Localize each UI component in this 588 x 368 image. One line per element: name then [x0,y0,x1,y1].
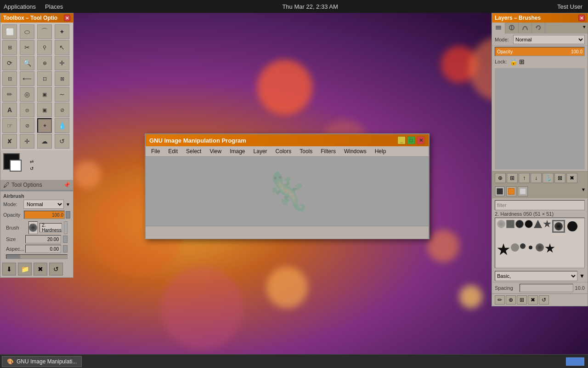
size-slider-handle[interactable] [63,236,68,243]
brush-set-select[interactable]: Basic, [495,271,577,281]
tool-clone[interactable]: ⌾ [20,103,34,117]
layer-duplicate-button[interactable]: ⊞ [507,173,518,183]
brush-cell-large-2[interactable] [497,243,510,256]
tool-undo[interactable]: ↺ [55,134,69,149]
tool-zoom[interactable]: 🔍 [20,56,34,70]
tool-path[interactable]: ∼ [55,87,69,102]
tab-undo-history[interactable] [532,23,545,34]
tool-eraser[interactable]: ⊘ [20,118,34,133]
gimp-menu-edit[interactable]: Edit [164,147,181,155]
layer-delete-button[interactable]: ✖ [566,173,577,183]
brush-edit-button[interactable]: ✏ [495,295,505,305]
gimp-menu-colors[interactable]: Colors [272,147,295,155]
tool-align2[interactable]: ⊠ [55,71,69,86]
tab-channels[interactable] [505,23,519,34]
mode-select[interactable]: Normal [23,200,64,209]
brush-cell-s3[interactable] [529,246,532,249]
brush-tab-extra[interactable]: ▾ [582,186,585,196]
brush-cell-4[interactable] [525,220,533,228]
brush-cell-1[interactable] [497,220,505,228]
brush-cell-large-1[interactable] [566,220,579,233]
gimp-menu-image[interactable]: Image [226,147,249,155]
tool-measure[interactable]: ⊕ [37,56,52,70]
brush-cell-s2[interactable] [520,243,526,249]
tool-move[interactable]: ✛ [55,56,69,70]
gimp-menu-select[interactable]: Select [182,147,205,155]
tool-rect-select[interactable]: ⬜ [2,24,17,39]
lock-alpha-icon[interactable]: ⊞ [519,58,525,65]
tool-flip[interactable]: ⟵ [20,71,34,86]
gimp-menu-windows[interactable]: Windows [340,147,370,155]
tab-layers[interactable] [492,23,505,34]
toolbox-close-button[interactable]: ✕ [64,15,70,21]
color-reset-button[interactable]: ↺ [30,166,34,171]
tool-fg-select[interactable]: ⚲ [37,40,52,55]
layer-anchor-button[interactable]: ⚓ [543,173,554,183]
brush-cell-6[interactable] [543,220,551,228]
brush-filter-input[interactable] [495,200,585,210]
tool-scissors[interactable]: ✂ [20,40,34,55]
tool-select-by-color[interactable]: ⊞ [2,40,17,55]
brush-cell-2[interactable] [506,220,514,228]
brush-cell-3[interactable] [515,220,524,228]
brush-cell-5[interactable] [534,220,542,228]
tool-paintbrush[interactable]: ☞ [2,118,17,133]
tool-text[interactable]: A [2,103,17,117]
tool-fuzzy-select[interactable]: ✦ [55,24,69,39]
layer-down-button[interactable]: ↓ [531,173,542,183]
brush-cell-s1[interactable] [511,243,519,252]
brush-preview[interactable]: + [28,221,38,234]
applications-menu[interactable]: Applications [4,3,36,10]
tool-options-pin[interactable]: 📌 [63,182,70,188]
tool-ink[interactable]: 💧 [55,118,69,133]
tool-blur[interactable]: ☁ [37,134,52,149]
new-image-button[interactable]: ⬇ [2,263,16,276]
layers-opacity-slider[interactable]: Opacity 100.0 [495,47,585,56]
gimp-menu-layer[interactable]: Layer [250,147,271,155]
tool-dodge[interactable]: ✘ [2,134,17,149]
layers-close-button[interactable]: ✕ [578,15,585,21]
brush-refresh-button[interactable]: ↺ [539,295,549,305]
options-scrollbar[interactable] [6,254,68,259]
layers-mode-select[interactable]: Normal [513,35,585,44]
brush-duplicate-button[interactable]: ⊞ [517,295,527,305]
places-menu[interactable]: Places [45,3,63,10]
mode-dropdown-arrow[interactable]: ▼ [66,202,70,207]
gimp-menu-filters[interactable]: Filters [317,147,339,155]
tool-perspective[interactable]: ⊘ [55,103,69,117]
gimp-menu-tools[interactable]: Tools [296,147,316,155]
quit-button[interactable]: ↺ [49,263,63,276]
gimp-menu-view[interactable]: View [206,147,225,155]
layer-up-button[interactable]: ↑ [519,173,530,183]
tool-rotate[interactable]: ⟳ [2,56,17,70]
delete-image-button[interactable]: ✖ [34,263,47,276]
tool-heal[interactable]: ▣ [37,103,52,117]
background-color[interactable] [10,160,22,172]
lock-position-icon[interactable]: 🔒 [509,58,517,65]
opacity-slider[interactable]: 100.0 [24,211,65,219]
tool-align[interactable]: ↖ [55,40,69,55]
brush-set-arrow[interactable]: ▼ [579,273,585,279]
gimp-minimize-button[interactable]: _ [397,136,406,144]
layer-merge-button[interactable]: ⊠ [554,173,565,183]
brush-scroll[interactable] [64,221,68,234]
brush-tab-active[interactable] [495,186,505,196]
brush-delete-button[interactable]: ✖ [528,295,538,305]
opacity-slider-handle[interactable] [66,211,70,218]
layer-new-button[interactable]: ⊕ [495,173,506,183]
gimp-menu-file[interactable]: File [147,147,164,155]
brush-cell-s4[interactable] [536,243,544,252]
open-image-button[interactable]: 📁 [18,263,32,276]
brush-tab-color[interactable] [506,186,516,196]
tool-transform[interactable]: ⊡ [37,71,52,86]
gimp-menu-help[interactable]: Help [371,147,390,155]
spacing-slider[interactable] [520,284,573,292]
gimp-close-button[interactable]: ✕ [417,136,425,144]
brush-tab-pattern[interactable] [518,186,528,196]
tab-paths[interactable] [519,23,532,34]
taskbar-gimp-item[interactable]: 🎨 GNU Image Manipulati... [2,356,82,367]
gimp-maximize-button[interactable]: □ [407,136,415,144]
tool-airbrush[interactable]: ✦ [37,118,52,133]
tool-blend[interactable]: ▣ [37,87,52,102]
tool-bucket[interactable]: ◎ [20,87,34,102]
